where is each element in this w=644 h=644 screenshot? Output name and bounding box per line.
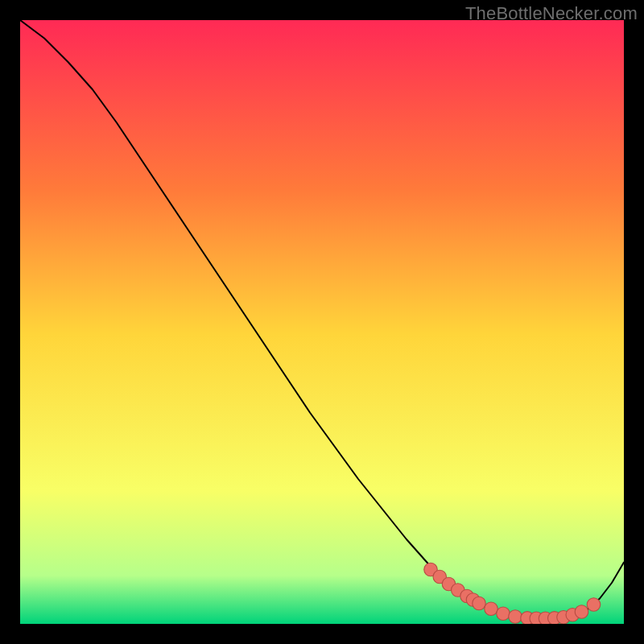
curve-marker	[473, 597, 486, 610]
gradient-background	[20, 20, 624, 624]
chart-frame: TheBottleNecker.com	[0, 0, 644, 644]
curve-marker	[485, 602, 498, 616]
bottleneck-chart	[20, 20, 624, 624]
curve-marker	[575, 605, 588, 619]
curve-marker	[587, 598, 601, 611]
curve-marker	[497, 607, 510, 620]
curve-marker	[509, 610, 522, 623]
